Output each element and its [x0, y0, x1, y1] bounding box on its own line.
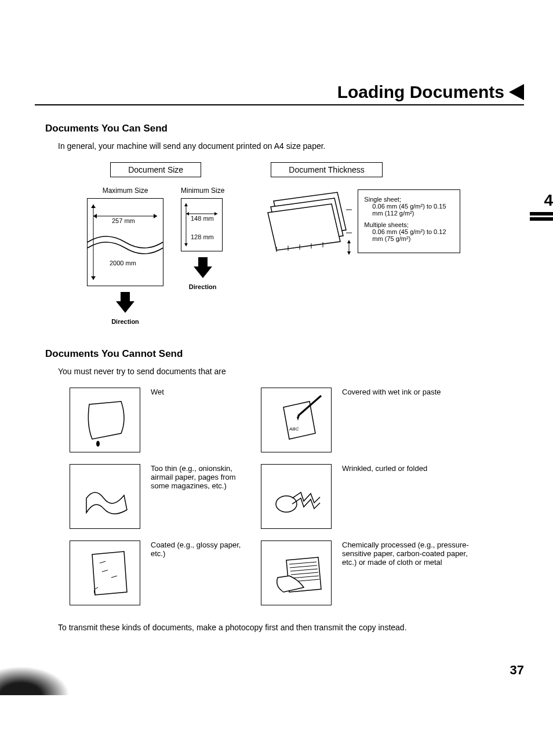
- min-size-svg: [181, 199, 222, 251]
- svg-marker-7: [116, 301, 134, 313]
- chemical-label: Chemically processed (e.g., pressure-sen…: [342, 540, 475, 567]
- header-rule: Loading Documents: [35, 81, 524, 105]
- svg-marker-35: [92, 552, 127, 595]
- section2-intro: You must never try to send documents tha…: [58, 367, 524, 376]
- wet-ink-label: Covered with wet ink or paste: [342, 388, 475, 396]
- wet-ink-icon: ABC: [269, 393, 324, 448]
- wet-label: Wet: [151, 388, 255, 396]
- min-size-diagram: 148 mm 128 mm: [181, 198, 223, 251]
- thumb-wet-ink: ABC: [261, 388, 332, 452]
- wrinkled-icon: [269, 469, 324, 524]
- document-thickness-group: Document Thickness: [259, 162, 460, 325]
- max-size-svg: [88, 199, 163, 286]
- svg-marker-27: [347, 240, 351, 243]
- wrinkled-label: Wrinkled, curled or folded: [342, 464, 475, 473]
- chapter-bar-icon: [530, 217, 553, 221]
- svg-marker-4: [91, 204, 96, 208]
- section-title-can-send: Documents You Can Send: [45, 123, 524, 134]
- thumb-wrinkled: [261, 464, 332, 529]
- svg-point-29: [96, 441, 100, 447]
- page-container: Loading Documents 4 Documents You Can Se…: [0, 0, 553, 695]
- thumb-wet: [70, 388, 140, 452]
- svg-marker-12: [184, 203, 188, 206]
- min-length-text: 128 mm: [191, 233, 214, 240]
- diagrams-row: Document Size Maximum Size: [87, 162, 524, 325]
- page-number: 37: [510, 663, 524, 678]
- svg-marker-9: [186, 212, 189, 216]
- svg-rect-14: [198, 257, 208, 266]
- svg-rect-6: [121, 292, 130, 301]
- svg-marker-13: [184, 243, 188, 246]
- svg-marker-30: [283, 401, 315, 439]
- chapter-number: 4: [530, 191, 553, 210]
- thumb-thin: [70, 464, 140, 529]
- max-size-label: Maximum Size: [87, 187, 163, 195]
- paper-stack-icon: [259, 187, 352, 256]
- page-title: Loading Documents: [337, 82, 524, 102]
- thin-paper-icon: [78, 469, 133, 524]
- svg-marker-15: [194, 266, 212, 278]
- thumb-chemical: [261, 540, 332, 605]
- svg-point-34: [276, 496, 297, 512]
- max-size-col: Maximum Size 257 mm: [87, 187, 163, 325]
- triangle-left-icon: [509, 84, 524, 100]
- thin-label: Too thin (e.g., onionskin, airmail paper…: [151, 464, 255, 490]
- single-sheet-range: 0.06 mm (45 g/m²) to 0.15 mm (112 g/m²): [372, 203, 454, 217]
- doc-thick-label: Document Thickness: [271, 162, 382, 177]
- section2-footer: To transmit these kinds of documents, ma…: [58, 623, 524, 632]
- max-width-text: 257 mm: [112, 217, 135, 224]
- down-arrow-icon: [191, 256, 214, 279]
- svg-marker-1: [93, 214, 97, 218]
- coated-icon: [78, 546, 133, 601]
- thickness-spec-box: Single sheet; 0.06 mm (45 g/m²) to 0.15 …: [358, 189, 460, 253]
- svg-text:ABC: ABC: [289, 426, 299, 432]
- thumb-coated: [70, 540, 140, 605]
- direction-label: Direction: [181, 283, 224, 290]
- svg-marker-5: [91, 276, 96, 280]
- chemical-icon: [269, 546, 324, 601]
- chapter-bar-icon: [530, 212, 553, 216]
- down-arrow-icon: [114, 291, 137, 314]
- svg-marker-2: [154, 214, 157, 218]
- multi-sheet-range: 0.06 mm (45 g/m²) to 0.12 mm (75 g/m²): [372, 228, 454, 242]
- cannot-send-grid: Wet ABC Covered with wet ink or paste To…: [70, 388, 524, 605]
- chapter-marker: 4: [530, 191, 553, 221]
- wet-paper-icon: [78, 393, 133, 448]
- min-size-label: Minimum Size: [181, 187, 224, 195]
- scan-artifact: [0, 666, 70, 695]
- min-width-text: 148 mm: [191, 215, 214, 222]
- svg-marker-10: [214, 212, 217, 216]
- section-title-cannot-send: Documents You Cannot Send: [45, 348, 524, 360]
- coated-label: Coated (e.g., glossy paper, etc.): [151, 540, 255, 558]
- section1-intro: In general, your machine will send any d…: [58, 141, 524, 151]
- multi-sheet-label: Multiple sheets;: [364, 221, 454, 228]
- direction-label: Direction: [87, 318, 163, 325]
- doc-size-label: Document Size: [110, 162, 201, 177]
- single-sheet-label: Single sheet;: [364, 196, 454, 203]
- document-size-group: Document Size Maximum Size: [87, 162, 224, 325]
- min-size-col: Minimum Size 148 mm 128 mm: [181, 187, 224, 290]
- svg-marker-18: [268, 204, 340, 250]
- page-title-text: Loading Documents: [337, 82, 504, 102]
- max-length-text: 2000 mm: [110, 260, 136, 266]
- max-size-diagram: 257 mm 2000 mm: [87, 198, 163, 286]
- svg-marker-28: [347, 251, 351, 255]
